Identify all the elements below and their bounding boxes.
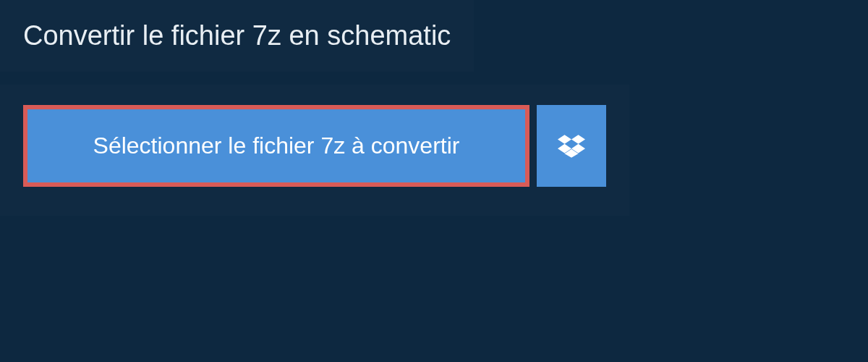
dropbox-icon: [558, 132, 585, 160]
select-file-label: Sélectionner le fichier 7z à convertir: [93, 132, 460, 159]
button-row: Sélectionner le fichier 7z à convertir: [23, 105, 606, 187]
select-file-button[interactable]: Sélectionner le fichier 7z à convertir: [23, 105, 529, 187]
dropbox-button[interactable]: [537, 105, 606, 187]
page-title: Convertir le fichier 7z en schematic: [23, 20, 451, 51]
header-bar: Convertir le fichier 7z en schematic: [0, 0, 474, 72]
main-panel: Sélectionner le fichier 7z à convertir: [0, 85, 629, 216]
